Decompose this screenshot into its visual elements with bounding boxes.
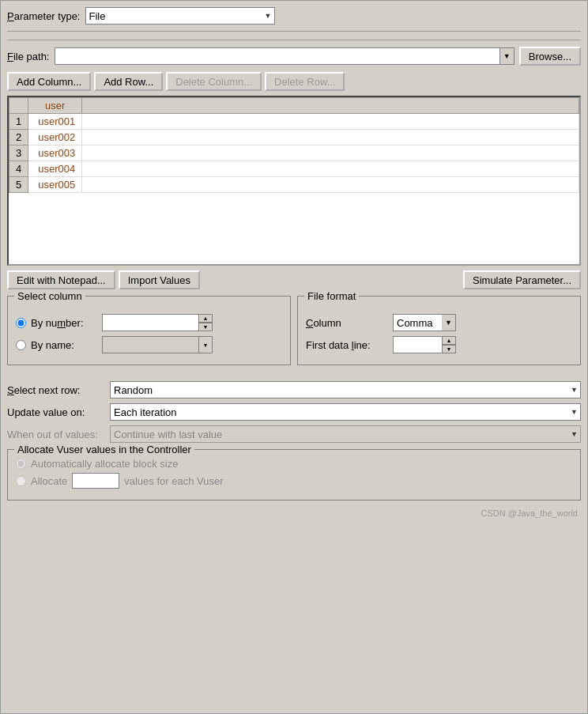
table-row-empty	[82, 161, 579, 177]
file-format-panel: File format Column Comma Tab Space Other…	[297, 296, 581, 365]
param-type-select[interactable]: File Random Number Unique Number User De…	[85, 7, 275, 25]
select-next-row-select[interactable]: Random Sequential Unique Same line as	[110, 381, 581, 399]
by-number-radio[interactable]	[16, 318, 26, 328]
param-type-row: Parameter type: File Random Number Uniqu…	[7, 7, 581, 32]
select-next-row-row: Select next row: Random Sequential Uniqu…	[7, 381, 581, 399]
first-data-line-row: First data line: 1 ▲ ▼	[306, 336, 572, 353]
when-out-of-values-label: When out of values:	[7, 429, 110, 440]
table-row-num: 4	[9, 161, 28, 177]
first-data-line-spin-wrapper: 1 ▲ ▼	[393, 336, 456, 353]
by-name-dropdown-btn: ▼	[198, 336, 213, 353]
column-format-select-wrapper: Comma Tab Space Other ▼	[393, 314, 456, 331]
data-table: user 1 user001 2 user002 3 user003 4 use…	[9, 97, 579, 193]
delete-column-button[interactable]: Delete Column...	[166, 72, 262, 91]
separator-1	[7, 40, 581, 40]
manual-allocate-row: Allocate values for each Vuser	[16, 473, 572, 489]
file-path-input-wrapper: user.dat ▼	[55, 47, 514, 65]
table-row-value: user002	[28, 130, 82, 145]
data-table-container: user 1 user001 2 user002 3 user003 4 use…	[7, 96, 581, 266]
first-data-line-spin-btns: ▲ ▼	[442, 336, 456, 353]
column-format-select[interactable]: Comma Tab Space Other	[393, 314, 456, 331]
update-value-on-row: Update value on: Each iteration Each occ…	[7, 403, 581, 421]
allocate-title: Allocate Vuser values in the Controller	[14, 444, 194, 455]
table-row-num: 3	[9, 145, 28, 161]
by-number-spin-wrapper: 1 ▲ ▼	[102, 314, 213, 331]
by-number-row: By number: 1 ▲ ▼	[16, 314, 282, 331]
first-data-line-spin-up[interactable]: ▲	[442, 336, 456, 345]
file-path-input[interactable]: user.dat	[55, 47, 500, 65]
manual-allocate-radio[interactable]	[16, 476, 26, 486]
table-row-value: user003	[28, 145, 82, 161]
by-number-spin-up[interactable]: ▲	[198, 314, 213, 323]
first-data-line-spin-down[interactable]: ▼	[442, 345, 456, 353]
allocate-label: Allocate	[31, 475, 67, 487]
by-number-spin-down[interactable]: ▼	[198, 323, 213, 331]
by-number-spin-btns: ▲ ▼	[198, 314, 213, 331]
allocate-suffix: values for each Vuser	[124, 475, 223, 487]
add-row-button[interactable]: Add Row...	[94, 72, 163, 91]
by-name-radio[interactable]	[16, 340, 26, 350]
delete-row-button[interactable]: Delete Row...	[265, 72, 345, 91]
update-value-on-select-wrapper: Each iteration Each occurrence Once	[110, 403, 581, 421]
by-name-input[interactable]	[102, 336, 213, 353]
table-row-empty	[82, 145, 579, 161]
table-row: 5 user005	[9, 177, 579, 193]
by-name-label: By name:	[31, 339, 94, 351]
select-column-panel: Select column By number: 1 ▲ ▼ By name:	[7, 296, 291, 365]
by-number-input[interactable]: 1	[102, 314, 213, 331]
add-column-button[interactable]: Add Column...	[7, 72, 91, 91]
allocate-input[interactable]	[72, 473, 119, 489]
select-next-row-select-wrapper: Random Sequential Unique Same line as	[110, 381, 581, 399]
lower-section: Select next row: Random Sequential Uniqu…	[7, 381, 581, 501]
panels-row: Select column By number: 1 ▲ ▼ By name:	[7, 296, 581, 365]
when-out-of-values-select[interactable]: Continue with last value Cycle through A…	[110, 425, 581, 443]
column-format-label: Column	[306, 317, 393, 329]
auto-allocate-label: Automatically allocate block size	[31, 458, 178, 470]
first-data-line-label: First data line:	[306, 339, 393, 351]
auto-allocate-radio[interactable]	[16, 459, 26, 469]
main-container: Parameter type: File Random Number Uniqu…	[0, 0, 588, 714]
when-out-of-values-select-wrapper: Continue with last value Cycle through A…	[110, 425, 581, 443]
table-row: 4 user004	[9, 161, 579, 177]
file-path-row: File path: user.dat ▼ Browse...	[7, 47, 581, 66]
toolbar-row: Add Column... Add Row... Delete Column..…	[7, 72, 581, 91]
param-type-label: Parameter type:	[7, 10, 81, 22]
file-format-title: File format	[304, 290, 359, 302]
table-row-value: user004	[28, 161, 82, 177]
by-name-row: By name: ▼	[16, 336, 282, 353]
table-row: 1 user001	[9, 114, 579, 130]
update-value-on-label: Update value on:	[7, 406, 110, 418]
import-values-button[interactable]: Import Values	[119, 270, 200, 289]
table-user-header: user	[28, 98, 82, 114]
auto-allocate-row: Automatically allocate block size	[16, 458, 572, 470]
table-row-empty	[82, 130, 579, 145]
column-format-row: Column Comma Tab Space Other ▼	[306, 314, 572, 331]
table-row-num: 2	[9, 130, 28, 145]
by-name-dropdown[interactable]: ▼	[198, 336, 213, 353]
watermark: CSDN @Java_the_world	[7, 508, 581, 518]
file-path-dropdown-btn[interactable]: ▼	[500, 47, 514, 65]
table-row-empty	[82, 177, 579, 193]
by-number-label: By number:	[31, 317, 94, 329]
bottom-toolbar: Edit with Notepad... Import Values Simul…	[7, 270, 581, 289]
edit-notepad-button[interactable]: Edit with Notepad...	[7, 270, 115, 289]
table-row: 2 user002	[9, 130, 579, 145]
select-column-title: Select column	[14, 290, 85, 302]
table-row-num: 5	[9, 177, 28, 193]
file-path-label: File path:	[7, 51, 50, 62]
table-row-value: user005	[28, 177, 82, 193]
when-out-of-values-row: When out of values: Continue with last v…	[7, 425, 581, 443]
table-row-num: 1	[9, 114, 28, 130]
table-row-num-header	[9, 98, 28, 114]
param-type-select-wrapper: File Random Number Unique Number User De…	[85, 7, 275, 25]
update-value-on-select[interactable]: Each iteration Each occurrence Once	[110, 403, 581, 421]
table-empty-header	[82, 98, 579, 114]
select-next-row-label: Select next row:	[7, 384, 110, 396]
table-row-empty	[82, 114, 579, 130]
table-row-value: user001	[28, 114, 82, 130]
allocate-group: Allocate Vuser values in the Controller …	[7, 449, 581, 501]
simulate-parameter-button[interactable]: Simulate Parameter...	[463, 270, 581, 289]
table-row: 3 user003	[9, 145, 579, 161]
browse-button[interactable]: Browse...	[519, 47, 581, 66]
